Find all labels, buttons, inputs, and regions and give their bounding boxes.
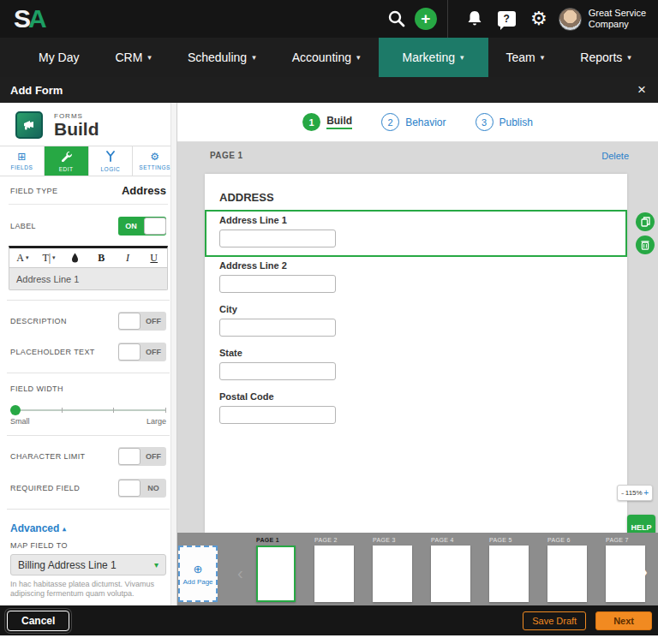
label-toggle[interactable]: ON [118,217,166,236]
page-thumbnail-4[interactable]: PAGE 4 [431,537,470,602]
page-thumbnail-7[interactable]: PAGE 7 [606,537,645,602]
step-publish[interactable]: 3 Publish [476,113,533,131]
step-behavior[interactable]: 2 Behavior [381,113,446,131]
nav-item-crm[interactable]: CRM▾ [97,38,169,77]
field-input[interactable] [219,319,336,337]
page-thumbnail-1[interactable]: PAGE 1 [256,537,296,602]
placeholder-toggle[interactable]: OFF [118,343,166,361]
required-field-label: REQUIRED FIELD [10,484,80,492]
field-input[interactable] [219,406,336,424]
divider [7,509,170,510]
chevron-down-icon: ▾ [627,53,631,62]
page-label: PAGE 1 [210,151,242,161]
company-name: Great Service Company [589,8,646,30]
slider-tick [62,408,63,413]
chevron-down-icon: ▾ [147,53,152,62]
chevron-down-icon: ▾ [252,53,256,62]
description-toggle[interactable]: OFF [118,312,166,331]
font-size-button[interactable]: T|▾ [36,248,63,267]
label-text-input[interactable]: Address Line 1 [9,268,168,290]
delete-page-link[interactable]: Delete [601,151,629,161]
panel-scrollbar[interactable] [170,103,176,605]
label-toggle-label: LABEL [10,222,36,230]
page-thumbnail-6[interactable]: PAGE 6 [547,537,587,602]
gear-icon: ⚙ [150,152,159,163]
field-input[interactable] [219,362,336,380]
toggle-knob [118,480,141,497]
notifications-bell-icon[interactable] [460,9,489,28]
ink-drop-icon [71,253,79,263]
zoom-control: - 115% + [617,485,653,501]
page-thumbnail-3[interactable]: PAGE 3 [373,537,412,602]
divider [7,435,170,436]
chevron-right-icon[interactable]: › [640,558,648,585]
advanced-link[interactable]: Advanced ▾ [9,519,168,541]
nav-item-scheduling[interactable]: Scheduling▾ [170,38,274,77]
duplicate-field-button[interactable] [636,212,655,231]
quick-add-button[interactable]: + [415,8,437,30]
form-canvas-area: PAGE 1 Delete ADDRESS Address Line 1 [177,142,658,533]
tab-fields[interactable]: ⊞ FIELDS [0,146,45,176]
form-field-city[interactable]: City [205,301,627,344]
text-color-button[interactable] [62,248,88,267]
settings-gear-icon[interactable]: ⚙ [524,8,553,30]
slider-thumb[interactable] [10,405,21,415]
help-bubble-icon[interactable]: ? [498,11,516,27]
form-field-state[interactable]: State [205,344,627,388]
page-thumbnail-2[interactable]: PAGE 2 [314,537,354,602]
thumbnail-preview [606,546,645,602]
zoom-in-button[interactable]: + [643,488,649,498]
italic-button[interactable]: I [115,248,141,267]
bold-button[interactable]: B [88,248,115,267]
toggle-knob [144,218,166,235]
chevron-down-icon: ▾ [460,53,464,62]
character-limit-toggle[interactable]: OFF [118,447,166,466]
wrench-icon [61,151,72,164]
form-field-postal-code[interactable]: Postal Code [205,388,627,432]
chevron-down-icon: ▾ [52,254,56,261]
close-icon[interactable]: × [637,81,646,98]
tab-logic[interactable]: LOGIC [89,146,134,176]
chevron-down-icon: ▾ [541,53,545,62]
search-icon[interactable] [382,9,411,28]
save-draft-button[interactable]: Save Draft [523,611,586,630]
cancel-button[interactable]: Cancel [7,611,69,631]
nav-item-team[interactable]: Team▾ [488,38,563,77]
map-field-dropdown[interactable]: Billing Address Line 1 ▾ [10,554,166,575]
form-field-address-line-2[interactable]: Address Line 2 [205,257,627,301]
add-page-button[interactable]: ⊕ Add Page [178,546,218,602]
next-button[interactable]: Next [595,611,652,630]
app-logo[interactable]: SA [14,6,45,32]
required-field-toggle[interactable]: NO [118,479,166,498]
tab-edit[interactable]: EDIT [45,146,89,176]
field-width-label: FIELD WIDTH [10,385,166,393]
field-input[interactable] [219,275,336,293]
forms-module-icon [15,111,43,139]
divider [7,300,170,301]
chevron-up-icon: ▾ [63,526,66,534]
main-nav: My Day CRM▾ Scheduling▾ Accounting▾ Mark… [0,38,658,77]
nav-item-accounting[interactable]: Accounting▾ [274,38,379,77]
nav-item-my-day[interactable]: My Day [21,38,97,77]
field-width-slider[interactable] [10,405,166,415]
modal-title-bar: Add Form × [0,77,658,103]
topbar-divider [447,0,448,38]
zoom-out-button[interactable]: - [621,488,624,498]
zoom-level: 115% [625,489,643,497]
chevron-left-icon[interactable]: ‹ [237,564,243,583]
delete-field-button[interactable] [636,236,655,254]
form-field-address-line-1[interactable]: Address Line 1 [205,210,627,257]
font-family-button[interactable]: A▾ [9,248,36,267]
company-name-line1: Great Service [589,8,646,19]
page-thumbnail-5[interactable]: PAGE 5 [489,537,529,602]
description-label: DESCRIPTION [10,317,67,325]
step-build[interactable]: 1 Build [302,113,352,131]
branch-icon [105,151,116,164]
underline-button[interactable]: U [141,248,167,267]
field-input[interactable] [219,230,336,247]
nav-item-marketing[interactable]: Marketing▾ [379,38,488,77]
user-avatar[interactable] [559,8,582,31]
divider [7,373,170,373]
field-type-label: FIELD TYPE [10,187,57,195]
nav-item-reports[interactable]: Reports▾ [562,38,649,77]
